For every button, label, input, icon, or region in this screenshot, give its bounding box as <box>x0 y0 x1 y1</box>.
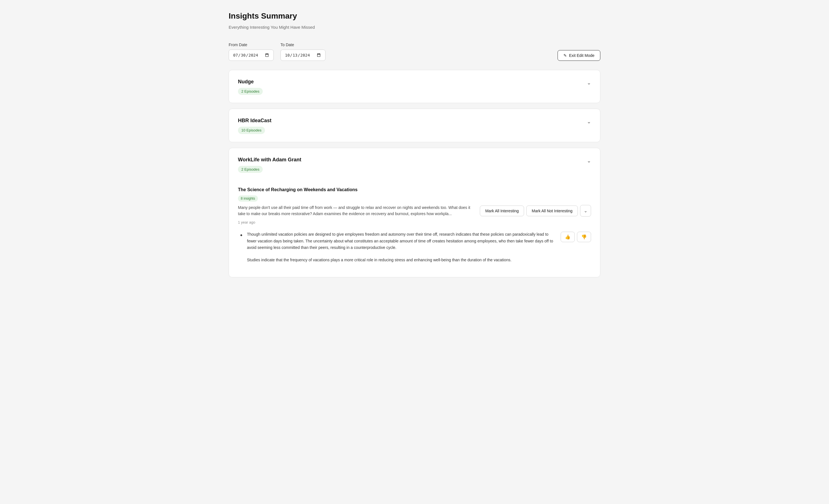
episode-title-recharging: The Science of Recharging on Weekends an… <box>238 186 591 193</box>
episode-badge-hbr: 10 Episodes <box>238 127 265 134</box>
exit-edit-mode-button[interactable]: ✎ Exit Edit Mode <box>557 50 600 61</box>
podcast-name-hbr: HBR IdeaCast <box>238 117 272 124</box>
insight-item-1: ◆ Though unlimited vacation policies are… <box>240 231 591 251</box>
podcast-info-nudge: Nudge 2 Episodes <box>238 78 263 95</box>
podcast-header-worklife[interactable]: WorkLife with Adam Grant 2 Episodes ⌄ <box>238 156 591 173</box>
exit-edit-label: Exit Edit Mode <box>569 53 594 58</box>
to-date-field: To Date <box>281 42 326 61</box>
mark-all-interesting-button[interactable]: Mark All Interesting <box>480 206 524 216</box>
thumbs-up-button-1[interactable]: 👍 <box>561 232 575 242</box>
podcast-card-nudge: Nudge 2 Episodes ⌄ <box>229 70 600 103</box>
thumbs-down-button-1[interactable]: 👎 <box>577 232 591 242</box>
episode-description: Many people don't use all their paid tim… <box>238 205 471 225</box>
insight-text-2: Studies indicate that the frequency of v… <box>247 257 591 263</box>
podcast-header-nudge[interactable]: Nudge 2 Episodes ⌄ <box>238 78 591 95</box>
podcast-name-nudge: Nudge <box>238 78 263 85</box>
episode-description-row: Many people don't use all their paid tim… <box>238 205 591 225</box>
podcast-card-worklife: WorkLife with Adam Grant 2 Episodes ⌄ Th… <box>229 148 600 277</box>
to-date-input[interactable] <box>281 49 326 61</box>
insights-list-recharging: ◆ Though unlimited vacation policies are… <box>238 231 591 263</box>
mark-all-not-interesting-button[interactable]: Mark All Not Interesting <box>526 206 578 216</box>
date-filters: From Date To Date ✎ Exit Edit Mode <box>229 42 600 61</box>
from-date-field: From Date <box>229 42 274 61</box>
podcast-info-hbr: HBR IdeaCast 10 Episodes <box>238 117 272 134</box>
episode-badge-worklife: 2 Episodes <box>238 166 263 173</box>
episode-desc-text: Many people don't use all their paid tim… <box>238 205 471 217</box>
page-container: Insights Summary Everything Interesting … <box>217 0 612 504</box>
chevron-down-icon-nudge[interactable]: ⌄ <box>587 79 591 87</box>
page-title: Insights Summary <box>229 10 315 22</box>
header-row: Insights Summary Everything Interesting … <box>229 10 600 42</box>
insight-item-2: ◆ Studies indicate that the frequency of… <box>240 257 591 263</box>
episode-list-worklife: The Science of Recharging on Weekends an… <box>238 181 591 263</box>
episode-item-recharging: The Science of Recharging on Weekends an… <box>238 181 591 263</box>
edit-icon: ✎ <box>564 53 567 58</box>
from-date-label: From Date <box>229 42 274 48</box>
page-subtitle: Everything Interesting You Might Have Mi… <box>229 24 315 31</box>
insight-text-1: Though unlimited vacation policies are d… <box>247 231 556 251</box>
to-date-label: To Date <box>281 42 326 48</box>
insight-vote-btns-1: 👍 👎 <box>561 232 591 242</box>
episode-expand-button[interactable]: ⌄ <box>580 205 591 217</box>
episode-time-ago: 1 year ago <box>238 220 255 224</box>
episode-actions: Mark All Interesting Mark All Not Intere… <box>480 205 591 217</box>
title-block: Insights Summary Everything Interesting … <box>229 10 315 42</box>
chevron-down-icon-worklife[interactable]: ⌄ <box>587 157 591 165</box>
episode-badge-nudge: 2 Episodes <box>238 88 263 95</box>
podcast-header-hbr[interactable]: HBR IdeaCast 10 Episodes ⌄ <box>238 117 591 134</box>
podcast-info-worklife: WorkLife with Adam Grant 2 Episodes <box>238 156 301 173</box>
podcast-name-worklife: WorkLife with Adam Grant <box>238 156 301 164</box>
insight-bullet-1: ◆ <box>240 233 243 237</box>
from-date-input[interactable] <box>229 49 274 61</box>
chevron-down-icon-hbr[interactable]: ⌄ <box>587 118 591 125</box>
insight-badge-recharging: 8 insights <box>238 195 258 202</box>
podcast-card-hbr: HBR IdeaCast 10 Episodes ⌄ <box>229 109 600 142</box>
